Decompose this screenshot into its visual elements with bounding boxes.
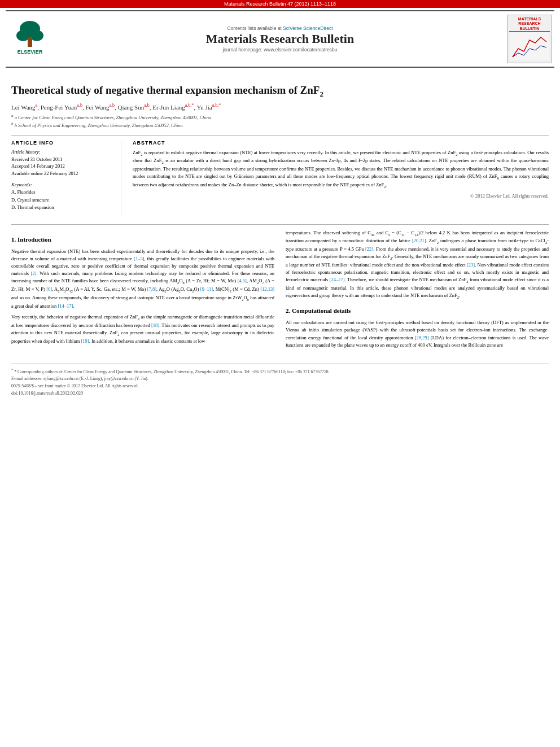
authors: Lei Wanga, Peng-Fei Yuana,b, Fei Wanga,b…	[11, 103, 549, 111]
affiliations: a a Center for Clean Energy and Quantum …	[11, 113, 549, 129]
svg-rect-6	[510, 32, 549, 60]
svg-text:ELSEVIER: ELSEVIER	[18, 49, 43, 55]
comp-heading: 2. Computational details	[286, 306, 549, 316]
issn-line: 0025-5408/$ – see front matter © 2012 El…	[11, 383, 549, 390]
keywords-list: A. Fluorides D. Crystal structure D. The…	[11, 189, 113, 212]
keywords-section: Keywords: A. Fluorides D. Crystal struct…	[11, 182, 113, 212]
comp-para-1: All our calculations are carried out usi…	[286, 319, 549, 349]
article-meta: ARTICLE INFO Article history: Received 3…	[11, 140, 549, 216]
copyright: © 2012 Elsevier Ltd. All rights reserved…	[133, 193, 549, 199]
history-label: Article history:	[11, 149, 113, 155]
journal-logo-right: MATERIALSRESEARCHBULLETIN	[507, 15, 552, 63]
journal-title: Materials Research Bulletin	[53, 31, 507, 47]
logo-title: MATERIALSRESEARCHBULLETIN	[509, 17, 550, 32]
intro-right-para-1: temperatures. The observed softening of …	[286, 229, 549, 300]
main-content: Theoretical study of negative thermal ex…	[0, 70, 560, 358]
email-line: E-mail addresses: ejliang@zzu.edu.cn (E.…	[11, 376, 549, 382]
body-col-left: 1. Introduction Negative thermal expansi…	[11, 229, 274, 352]
keyword-2: D. Crystal structure	[11, 196, 113, 204]
logo-graph	[509, 32, 550, 60]
corresponding-note: * * Corresponding authors at: Center for…	[11, 367, 549, 375]
contents-line: Contents lists available at SciVerse Sci…	[53, 25, 507, 31]
keyword-1: A. Fluorides	[11, 189, 113, 196]
intro-heading: 1. Introduction	[11, 235, 274, 244]
section-divider	[11, 135, 549, 136]
article-info: ARTICLE INFO Article history: Received 3…	[11, 140, 121, 216]
body-columns: 1. Introduction Negative thermal expansi…	[11, 229, 549, 352]
sciverse-link[interactable]: SciVerse ScienceDirect	[283, 25, 333, 31]
journal-bar: Materials Research Bulletin 47 (2012) 11…	[0, 0, 560, 8]
page-footer: * * Corresponding authors at: Center for…	[11, 364, 549, 396]
article-history: Article history: Received 31 October 201…	[11, 149, 113, 177]
abstract-section: ABSTRACT ZnF2 is reported to exhibit neg…	[133, 140, 549, 216]
article-info-heading: ARTICLE INFO	[11, 140, 113, 146]
keywords-label: Keywords:	[11, 182, 113, 187]
article-title: Theoretical study of negative thermal ex…	[11, 84, 549, 99]
keyword-3: D. Thermal expansion	[11, 204, 113, 212]
body-col-right: temperatures. The observed softening of …	[286, 229, 549, 352]
intro-para-2: Very recently, the behavior of negative …	[11, 313, 274, 345]
abstract-heading: ABSTRACT	[133, 140, 549, 146]
available-date: Available online 22 February 2012	[11, 170, 113, 177]
doi-line: doi:10.1016/j.materresbull.2012.02.020	[11, 391, 549, 396]
intro-para-1: Negative thermal expansion (NTE) has bee…	[11, 248, 274, 310]
body-divider	[11, 224, 549, 225]
journal-url: journal homepage: www.elsevier.com/locat…	[53, 47, 507, 53]
received-date: Received 31 October 2011	[11, 156, 113, 163]
svg-rect-4	[28, 37, 32, 47]
accepted-date: Accepted 14 February 2012	[11, 163, 113, 170]
elsevier-logo: ELSEVIER	[8, 19, 53, 59]
journal-citation: Materials Research Bulletin 47 (2012) 11…	[224, 1, 336, 7]
abstract-text: ZnF2 is reported to exhibit negative the…	[133, 149, 549, 190]
journal-header-center: Contents lists available at SciVerse Sci…	[53, 25, 507, 53]
